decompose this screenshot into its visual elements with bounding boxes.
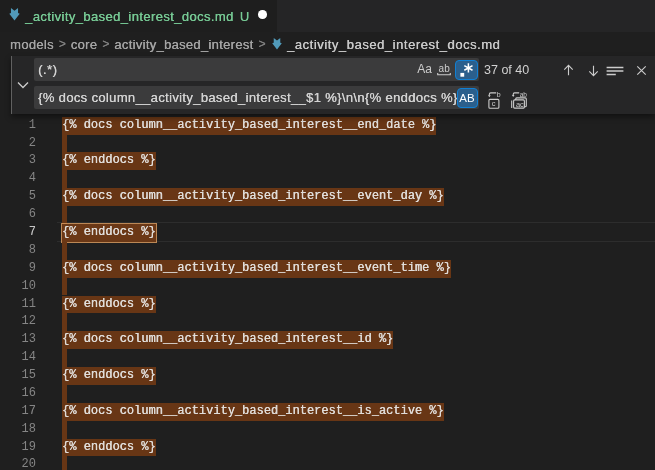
svg-text:b: b [496,91,500,98]
svg-text:ab: ab [439,63,451,74]
svg-text:c: c [491,99,495,108]
svg-text:ab: ab [519,91,526,98]
svg-text:ac: ac [515,100,523,109]
